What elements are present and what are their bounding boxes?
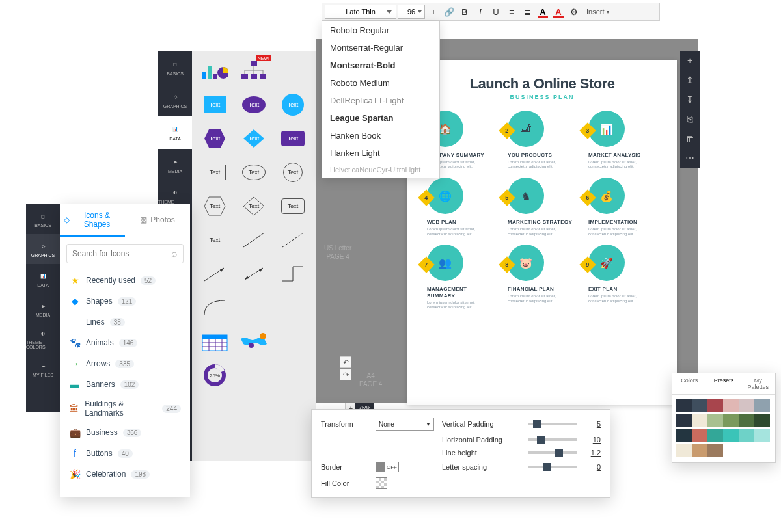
vpad-value[interactable]: 5 xyxy=(585,420,601,428)
color-swatch[interactable] xyxy=(676,414,692,427)
color-tab-colors[interactable]: Colors xyxy=(672,373,707,394)
category-item[interactable]: ▬Banners102 xyxy=(66,374,184,395)
nav-basics[interactable]: ◻BASICS xyxy=(158,51,192,84)
color-swatch[interactable] xyxy=(754,444,770,457)
shape-outline-diamond[interactable]: Text xyxy=(238,193,269,219)
category-item[interactable]: fButtons40 xyxy=(66,443,184,464)
lh-slider[interactable] xyxy=(528,451,577,454)
category-item[interactable]: →Arrows335 xyxy=(66,353,184,374)
font-size-select[interactable]: 96 xyxy=(398,5,425,19)
font-option[interactable]: Hanken Book xyxy=(322,127,439,144)
transform-select[interactable]: None▼ xyxy=(376,418,434,431)
nav-media[interactable]: ▶MEDIA xyxy=(26,294,60,324)
nav-data[interactable]: 📊DATA xyxy=(158,116,192,149)
arrow-line[interactable] xyxy=(199,261,230,287)
plan-item[interactable]: ♞5MARKETING STRATEGYLorem ipsum dolor si… xyxy=(508,178,577,237)
shape-square[interactable]: Text xyxy=(199,92,230,118)
shape-outline-hex[interactable]: Text xyxy=(199,193,230,219)
doc-subtitle[interactable]: BUSINESS PLAN xyxy=(427,94,657,100)
color-swatch[interactable] xyxy=(692,444,707,457)
plan-item[interactable]: 🐷8FINANCIAL PLANLorem ipsum dolor sit am… xyxy=(508,245,577,310)
font-option[interactable]: Hanken Light xyxy=(322,144,439,162)
italic-button[interactable]: I xyxy=(473,5,487,19)
font-option[interactable]: Montserrat-Bold xyxy=(322,57,439,74)
highlight-color-icon[interactable]: A xyxy=(551,5,566,19)
shape-ellipse[interactable]: Text xyxy=(238,92,269,118)
color-swatch[interactable] xyxy=(723,414,739,427)
line-dashed[interactable] xyxy=(277,227,308,253)
category-item[interactable]: 🐾Animals146 xyxy=(66,332,184,353)
redo-icon[interactable]: ↷ xyxy=(340,369,351,380)
more-icon[interactable]: ⋯ xyxy=(680,148,700,168)
category-item[interactable]: 💼Business366 xyxy=(66,422,184,443)
nav-my-files[interactable]: ☁MY FILES xyxy=(26,354,60,384)
color-swatch[interactable] xyxy=(723,444,739,457)
orgchart-thumbnail[interactable]: NEW! xyxy=(238,58,269,84)
text-color-icon[interactable]: A xyxy=(536,5,550,19)
color-tab-presets[interactable]: Presets xyxy=(707,373,741,394)
link-icon[interactable]: 🔗 xyxy=(442,5,456,19)
color-swatch[interactable] xyxy=(707,429,723,442)
delete-icon[interactable]: 🗑 xyxy=(680,129,700,148)
border-toggle[interactable]: OFF xyxy=(376,462,399,472)
category-item[interactable]: 🏛Buildings & Landmarks244 xyxy=(66,395,184,422)
nav-data[interactable]: 📊DATA xyxy=(26,264,60,294)
category-item[interactable]: ★Recently used52 xyxy=(66,270,184,291)
calendar-thumbnail[interactable] xyxy=(199,328,230,354)
map-thumbnail[interactable] xyxy=(238,328,269,354)
vpad-slider[interactable] xyxy=(528,423,577,425)
plan-item[interactable]: 💰6IMPLEMENTATIONLorem ipsum dolor sit am… xyxy=(588,178,657,237)
search-input[interactable]: ⌕ xyxy=(66,244,184,263)
font-option[interactable]: HelveticaNeueCyr-UltraLight xyxy=(322,162,439,178)
ls-slider[interactable] xyxy=(528,466,577,468)
color-swatch[interactable] xyxy=(754,399,770,412)
color-swatch[interactable] xyxy=(723,429,739,442)
color-swatch[interactable] xyxy=(739,414,754,427)
font-option[interactable]: Roboto Medium xyxy=(322,74,439,92)
color-swatch[interactable] xyxy=(676,444,692,457)
plan-item[interactable]: 🌐4WEB PLANLorem ipsum dolor sit amet, co… xyxy=(427,178,496,237)
plan-item[interactable]: 👥7MANAGEMENT SUMMARYLorem ipsum dolor si… xyxy=(427,245,496,310)
hpad-slider[interactable] xyxy=(528,438,577,441)
ls-value[interactable]: 0 xyxy=(585,463,601,471)
align-icon[interactable]: ≡ xyxy=(504,5,519,19)
search-field[interactable] xyxy=(72,249,171,258)
hpad-value[interactable]: 10 xyxy=(585,436,601,444)
copy-icon[interactable]: ⎘ xyxy=(680,109,700,129)
insert-menu[interactable]: Insert▾ xyxy=(582,8,613,16)
add-page-icon[interactable]: + xyxy=(680,51,700,70)
font-option[interactable]: DellReplicaTT-Light xyxy=(322,92,439,109)
plan-item[interactable]: 📊3MARKET ANALYSISLorem ipsum dolor sit a… xyxy=(588,111,657,170)
font-option[interactable]: League Spartan xyxy=(322,109,439,127)
shape-outline-ellipse[interactable]: Text xyxy=(238,159,269,185)
color-swatch[interactable] xyxy=(676,399,692,412)
color-swatch[interactable] xyxy=(692,399,707,412)
category-item[interactable]: ◆Shapes121 xyxy=(66,291,184,312)
plan-item[interactable]: 🛋2YOU PRODUCTSLorem ipsum dolor sit amet… xyxy=(508,111,577,170)
move-up-icon[interactable]: ↥ xyxy=(680,70,700,90)
color-swatch[interactable] xyxy=(723,399,739,412)
underline-button[interactable]: U xyxy=(489,5,503,19)
color-swatch[interactable] xyxy=(739,444,754,457)
shape-outline-rect[interactable]: Text xyxy=(199,159,230,185)
tab-photos[interactable]: ▧Photos xyxy=(125,204,190,237)
line-solid[interactable] xyxy=(238,227,269,253)
canvas-document[interactable]: Launch a Online Store BUSINESS PLAN 🏠1CO… xyxy=(407,60,677,405)
nav-media[interactable]: ▶MEDIA xyxy=(158,149,192,181)
font-option[interactable]: Roboto Regular xyxy=(322,21,439,39)
color-swatch[interactable] xyxy=(707,399,723,412)
bold-button[interactable]: B xyxy=(458,5,472,19)
nav-graphics[interactable]: ◇GRAPHICS xyxy=(158,84,192,116)
nav-theme-colors[interactable]: ◐THEME COLORS xyxy=(26,324,60,354)
font-option[interactable]: Montserrat-Regular xyxy=(322,39,439,57)
color-swatch[interactable] xyxy=(754,414,770,427)
color-swatch[interactable] xyxy=(739,399,754,412)
category-item[interactable]: 🎉Celebration198 xyxy=(66,464,184,485)
undo-icon[interactable]: ↶ xyxy=(340,356,351,368)
move-down-icon[interactable]: ↧ xyxy=(680,90,700,109)
donut-thumbnail[interactable]: 25% xyxy=(199,362,230,388)
chart-thumbnail[interactable] xyxy=(199,58,230,84)
arrow-double[interactable] xyxy=(238,261,269,287)
color-swatch[interactable] xyxy=(676,429,692,442)
fill-color-swatch[interactable] xyxy=(376,477,387,489)
